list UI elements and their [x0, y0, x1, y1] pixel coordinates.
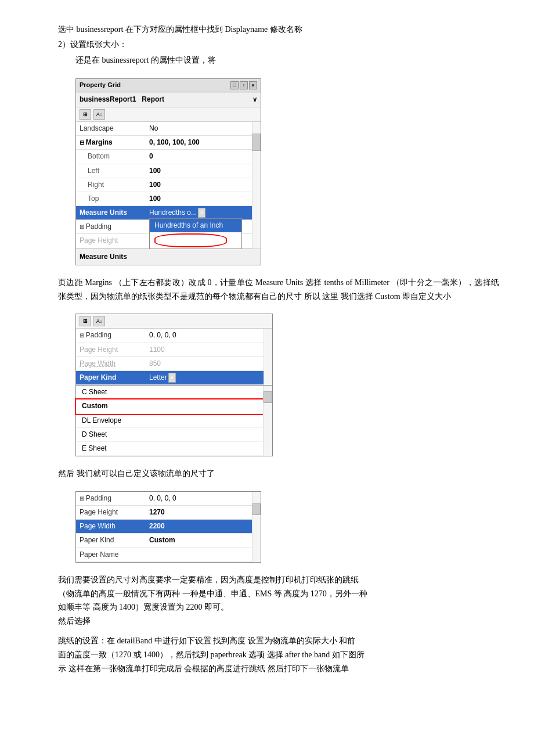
scrollbar-thumb-4[interactable] — [252, 503, 261, 515]
page-height-name: Page Height — [76, 234, 146, 248]
paper-item-c-sheet[interactable]: C Sheet — [76, 386, 263, 399]
paper-name3-name: Paper Name — [76, 548, 146, 561]
step2-desc-text: 还是在 businessreport 的属性中设置，将 — [75, 56, 216, 64]
page-height3-value[interactable]: 1270 — [146, 506, 252, 520]
row-page-width-3[interactable]: Page Width 2200 — [76, 520, 252, 534]
page-height3-name: Page Height — [76, 506, 146, 520]
scrollbar-thumb-3[interactable] — [264, 391, 272, 403]
para3-line4: 然后选择 — [58, 617, 91, 625]
padding2-value[interactable]: 0, 0, 0, 0 — [146, 329, 264, 343]
measure-units-name: Measure Units — [76, 206, 146, 220]
dd-hundredths[interactable]: Hundredths of an Inch — [150, 219, 241, 232]
pin-btn[interactable]: ↑ — [240, 81, 248, 89]
prop-grid-footer-1: Measure Units — [76, 249, 261, 265]
paper-kind-value[interactable]: Letter ∨ — [146, 370, 264, 384]
paper-kind-current: Letter — [149, 372, 167, 383]
para4-line2: 面的盖度一致（1270 或 1400），然后找到 paperbreak 选项 选… — [58, 650, 365, 659]
dd-tenths[interactable]: Tenths of a Millimeter — [150, 232, 241, 248]
prop-grid-toolbar-2: ⊞ A↓ — [76, 314, 272, 329]
property-grid-3: Padding 0, 0, 0, 0 Page Height 1270 Page… — [75, 491, 261, 563]
row-right: Right 100 — [76, 178, 252, 192]
measure-units-current: Hundredths o... — [149, 207, 197, 218]
scrollbar-3[interactable] — [263, 386, 272, 456]
measure-units-dd[interactable]: Hundredths o... ∨ — [149, 207, 248, 218]
padding3-value[interactable]: 0, 0, 0, 0 — [146, 492, 252, 506]
paper-item-dl-envelope[interactable]: DL Envelope — [76, 414, 263, 428]
row-bottom: Bottom 0 — [76, 150, 252, 164]
landscape-value[interactable]: No — [146, 122, 252, 136]
para2-text: 然后 我们就可以自己定义该物流单的尺寸了 — [58, 469, 215, 478]
title-buttons[interactable]: □ ↑ × — [230, 81, 257, 89]
right-value[interactable]: 100 — [146, 178, 252, 192]
prop-grid-container-2: ⊞ A↓ Padding 0, 0, 0, 0 Page Height 1100… — [75, 314, 273, 386]
scrollbar-thumb-1[interactable] — [252, 134, 261, 151]
margins-name: Margins — [76, 136, 146, 150]
para3-line1: 我们需要设置的尺寸对高度要求一定要精准，因为高度是控制打印机打印纸张的跳纸 — [58, 575, 359, 584]
prop-table-area-2: Padding 0, 0, 0, 0 Page Height 1100 Page… — [76, 329, 272, 385]
row-paper-kind[interactable]: Paper Kind Letter ∨ — [76, 370, 264, 384]
measure-units-dropdown[interactable]: Hundredths of an Inch Tenths of a Millim… — [149, 218, 242, 249]
paragraph-1: 页边距 Margins （上下左右都要改）改成 0，计量单位 Measure U… — [58, 276, 499, 304]
prop-table: Landscape No Margins 0, 100, 100, 100 Bo… — [76, 122, 252, 249]
paper-name3-value[interactable] — [146, 548, 252, 561]
close-btn[interactable]: × — [249, 81, 257, 89]
paragraph-4: 跳纸的设置：在 detailBand 中进行如下设置 找到高度 设置为物流单的实… — [58, 634, 499, 675]
page-height2-name: Page Height — [76, 343, 146, 357]
margins-value[interactable]: 0, 100, 100, 100 — [146, 136, 252, 150]
scrollbar-1[interactable] — [252, 122, 261, 249]
page-width3-value[interactable]: 2200 — [146, 520, 252, 534]
row-landscape: Landscape No — [76, 122, 252, 136]
page-height2-value[interactable]: 1100 — [146, 343, 264, 357]
property-grid-2: ⊞ A↓ Padding 0, 0, 0, 0 Page Height 1100… — [75, 314, 273, 456]
prop-table-area: Landscape No Margins 0, 100, 100, 100 Bo… — [76, 122, 261, 249]
padding2-name: Padding — [76, 329, 146, 343]
paper-kind-arrow[interactable]: ∨ — [168, 373, 176, 382]
prop-grid-titlebar: Property Grid □ ↑ × — [76, 79, 261, 92]
top-value[interactable]: 100 — [146, 192, 252, 206]
left-value[interactable]: 100 — [146, 164, 252, 178]
step2-line: 2）设置纸张大小： — [58, 38, 499, 51]
row-top: Top 100 — [76, 192, 252, 206]
scrollbar-2[interactable] — [264, 329, 272, 385]
landscape-name: Landscape — [76, 122, 146, 136]
paper-kind-dd[interactable]: Letter ∨ — [149, 372, 260, 383]
prop-table-2: Padding 0, 0, 0, 0 Page Height 1100 Page… — [76, 329, 264, 385]
selected-object-label: businessReport1 Report — [80, 94, 164, 105]
paper-kind-list: C Sheet Custom DL Envelope D Sheet E She… — [75, 386, 273, 456]
padding-name: Padding — [76, 220, 146, 234]
paper-item-e-sheet[interactable]: E Sheet — [76, 442, 263, 456]
prop-grid-toolbar: ⊞ A↓ — [76, 107, 261, 122]
grid-view-icon[interactable]: ⊞ — [80, 109, 91, 120]
padding3-name: Padding — [76, 492, 146, 506]
row-measure-units[interactable]: Measure Units Hundredths o... ∨ Hundredt… — [76, 206, 252, 220]
paper-item-custom[interactable]: Custom — [76, 399, 263, 413]
grid-view-icon-2[interactable]: ⊞ — [80, 316, 91, 326]
intro-line1: 选中 businessreport 在下方对应的属性框中找到 Displayna… — [58, 23, 499, 36]
property-grid-1: Property Grid □ ↑ × businessReport1 Repo… — [75, 78, 261, 265]
row-margins: Margins 0, 100, 100, 100 — [76, 136, 252, 150]
row-page-width-2: Page Width 850 — [76, 357, 264, 370]
dropdown-arrow[interactable]: ∨ — [198, 208, 205, 217]
paper-kind3-name: Paper Kind — [76, 534, 146, 548]
paragraph-2: 然后 我们就可以自己定义该物流单的尺寸了 — [58, 467, 499, 481]
footer-label: Measure Units — [80, 253, 127, 261]
bottom-name: Bottom — [76, 150, 146, 164]
para3-line2: （物流单的高度一般情况下有两种 一种是中通、申通、EMS 等 高度为 1270，… — [58, 589, 367, 598]
prop-table-area-3: Padding 0, 0, 0, 0 Page Height 1270 Page… — [76, 492, 261, 562]
minimize-btn[interactable]: □ — [230, 81, 239, 89]
prop-grid-header: businessReport1 Report ∨ — [76, 92, 261, 107]
scrollbar-4[interactable] — [252, 492, 261, 562]
page-width2-value[interactable]: 850 — [146, 357, 264, 370]
header-dropdown-arrow[interactable]: ∨ — [252, 95, 257, 105]
para4-line3: 示 这样在第一张物流单打印完成后 会根据的高度进行跳纸 然后打印下一张物流单 — [58, 664, 349, 673]
sort-az-icon-2[interactable]: A↓ — [93, 316, 105, 326]
paper-item-d-sheet[interactable]: D Sheet — [76, 428, 263, 442]
paper-list-inner: C Sheet Custom DL Envelope D Sheet E She… — [76, 386, 272, 456]
prop-grid-title: Property Grid — [80, 80, 121, 91]
bottom-value[interactable]: 0 — [146, 150, 252, 164]
measure-units-value[interactable]: Hundredths o... ∨ Hundredths of an Inch … — [146, 206, 252, 220]
tenths-circled: Tenths of a Millimeter — [154, 233, 227, 247]
row-left: Left 100 — [76, 164, 252, 178]
sort-az-icon[interactable]: A↓ — [93, 109, 105, 120]
paper-kind3-value[interactable]: Custom — [146, 534, 252, 548]
